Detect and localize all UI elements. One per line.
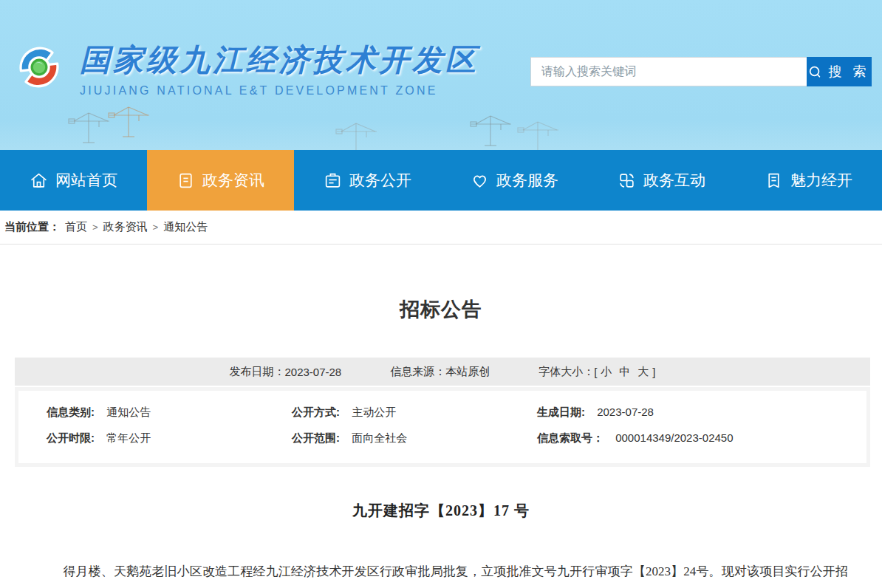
main-nav: 网站首页 政务资讯 政务公开 政务服务 [0, 150, 882, 211]
breadcrumb-separator: > [92, 222, 98, 233]
page: 国家级九江经济技术开发区 JIUJIANG NATIONAL E&T DEVEL… [0, 0, 882, 588]
info-source-label: 信息来源： [390, 365, 445, 379]
info-open-term: 公开时限: 常年公开 [47, 431, 292, 445]
site-title: 国家级九江经济技术开发区 [80, 40, 479, 81]
breadcrumb-separator: > [153, 222, 159, 233]
article-content: 招标公告 发布日期： 2023-07-28 信息来源： 本站原创 字体大小： [… [0, 296, 882, 588]
home-icon [30, 171, 48, 190]
article-info-panel: 信息类别: 通知公告 公开方式: 主动公开 生成日期: 2023-07-28 公… [15, 387, 870, 467]
nav-item-label: 魅力经开 [790, 170, 852, 191]
info-open-scope-value: 面向全社会 [352, 431, 407, 444]
heart-icon [471, 171, 489, 190]
info-open-method-value: 主动公开 [352, 406, 396, 418]
publish-date-value: 2023-07-28 [284, 366, 341, 378]
nav-item-home[interactable]: 网站首页 [0, 150, 147, 211]
info-generate-date: 生成日期: 2023-07-28 [537, 406, 866, 420]
font-size-label: 字体大小： [539, 365, 594, 379]
nav-item-news[interactable]: 政务资讯 [147, 150, 294, 211]
nav-item-interaction[interactable]: 政务互动 [588, 150, 735, 211]
font-size-small-button[interactable]: 小 [601, 365, 612, 379]
news-icon [177, 171, 195, 190]
font-size-medium-button[interactable]: 中 [619, 365, 630, 379]
article-meta-bar: 发布日期： 2023-07-28 信息来源： 本站原创 字体大小： [ 小 中 … [15, 358, 870, 386]
info-category: 信息类别: 通知公告 [47, 406, 292, 420]
site-banner: 国家级九江经济技术开发区 JIUJIANG NATIONAL E&T DEVEL… [0, 0, 882, 150]
info-source-value: 本站原创 [445, 365, 490, 379]
info-open-method-label: 公开方式: [292, 406, 340, 418]
breadcrumb-label: 当前位置： [4, 220, 60, 234]
info-open-term-value: 常年公开 [106, 431, 151, 444]
info-generate-date-label: 生成日期: [537, 406, 585, 418]
charm-icon [765, 171, 783, 190]
search-icon [808, 65, 822, 79]
info-open-term-label: 公开时限: [47, 431, 95, 444]
breadcrumb-current: 通知公告 [163, 220, 208, 234]
search-button[interactable]: 搜 索 [807, 57, 872, 86]
nav-item-label: 网站首页 [55, 170, 117, 191]
construction-cranes-decoration [0, 106, 882, 150]
site-titles: 国家级九江经济技术开发区 JIUJIANG NATIONAL E&T DEVEL… [80, 35, 479, 98]
info-index-number-value: 000014349/2023-02450 [615, 431, 733, 444]
publish-date: 发布日期： 2023-07-28 [229, 365, 341, 379]
site-subtitle: JIUJIANG NATIONAL E&T DEVELOPMENT ZONE [80, 84, 479, 98]
nav-item-services[interactable]: 政务服务 [441, 150, 588, 211]
document-number: 九开建招字【2023】17 号 [0, 501, 882, 521]
search-input[interactable] [530, 57, 807, 86]
info-open-scope-label: 公开范围: [292, 431, 340, 444]
info-index-number: 信息索取号： 000014349/2023-02450 [537, 431, 866, 445]
breadcrumb: 当前位置： 首页 > 政务资讯 > 通知公告 [0, 211, 882, 245]
site-logo[interactable]: 国家级九江经济技术开发区 JIUJIANG NATIONAL E&T DEVEL… [9, 35, 479, 99]
info-category-label: 信息类别: [47, 406, 95, 418]
font-size-bracket-open: [ [594, 366, 597, 378]
font-size-bracket-close: ] [652, 366, 655, 378]
breadcrumb-link-news[interactable]: 政务资讯 [103, 220, 148, 234]
disclosure-icon [324, 171, 342, 190]
nav-item-label: 政务公开 [349, 170, 411, 191]
font-size-large-button[interactable]: 大 [637, 365, 649, 379]
nav-item-charm[interactable]: 魅力经开 [735, 150, 882, 211]
info-source: 信息来源： 本站原创 [390, 365, 490, 379]
publish-date-label: 发布日期： [229, 365, 284, 379]
info-open-method: 公开方式: 主动公开 [292, 406, 537, 420]
article-body-paragraph: 得月楼、天鹅苑老旧小区改造工程经九江经济技术开发区行政审批局批复，立项批准文号九… [35, 559, 848, 588]
nav-item-label: 政务互动 [643, 170, 705, 191]
info-generate-date-value: 2023-07-28 [597, 406, 654, 418]
article-info-grid: 信息类别: 通知公告 公开方式: 主动公开 生成日期: 2023-07-28 公… [47, 406, 866, 445]
font-size-control: 字体大小： [ 小 中 大 ] [539, 365, 655, 379]
info-category-value: 通知公告 [106, 406, 151, 418]
breadcrumb-link-home[interactable]: 首页 [65, 220, 87, 234]
nav-item-disclosure[interactable]: 政务公开 [294, 150, 441, 211]
nav-item-label: 政务资讯 [202, 170, 264, 191]
search-button-label: 搜 索 [828, 63, 869, 81]
info-index-number-label: 信息索取号： [537, 431, 604, 444]
article-info-inner: 信息类别: 通知公告 公开方式: 主动公开 生成日期: 2023-07-28 公… [18, 391, 866, 463]
interaction-icon [618, 171, 636, 190]
info-open-scope: 公开范围: 面向全社会 [292, 431, 537, 445]
nav-item-label: 政务服务 [496, 170, 558, 191]
page-title: 招标公告 [0, 296, 882, 323]
logo-icon [9, 35, 69, 99]
site-search: 搜 索 [530, 57, 872, 86]
